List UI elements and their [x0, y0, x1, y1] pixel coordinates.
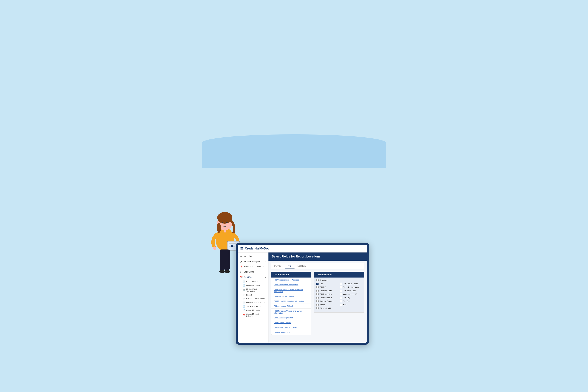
checkbox-tin-zip[interactable]: [340, 300, 342, 302]
sidebar-item-manage-tin[interactable]: 📍 Manage TIN/Locations: [238, 264, 268, 269]
checkbox-organizational-s[interactable]: [340, 293, 342, 296]
tabs-bar: Provider Tin Location: [271, 263, 364, 269]
sidebar-sub-report[interactable]: 📄 Report: [243, 293, 268, 297]
hamburger-icon[interactable]: ☰: [240, 247, 243, 250]
checkbox-client-identifier[interactable]: [316, 307, 319, 310]
check-item-client-identifier[interactable]: Client Identifier: [316, 307, 338, 310]
checkbox-tin-start-date[interactable]: [316, 290, 319, 292]
check-row-tin-address: TIN Address 2 TIN City: [316, 297, 362, 299]
sidebar-sub-label-canned-scheduler: Canned Report Scheduler: [246, 313, 266, 317]
checkbox-tin-address-2[interactable]: [316, 297, 319, 299]
report-icon: 📄: [243, 294, 245, 296]
check-item-tin-city[interactable]: TIN City: [340, 297, 362, 299]
sidebar-sub-provider-roster[interactable]: 📄 Provider Roster Report: [243, 297, 268, 301]
checkbox-tin-npi[interactable]: [316, 286, 319, 288]
check-label-tin-npi: TIN NPI: [320, 286, 326, 288]
fields-list: TIN Correspondence Address TIN Accredita…: [271, 278, 311, 335]
provider-roster-icon: 📄: [243, 298, 245, 300]
tab-location[interactable]: Location: [295, 263, 309, 269]
check-label-tin: TIN: [320, 283, 323, 285]
check-item-tin-start-date[interactable]: TIN Start Date: [316, 290, 338, 292]
field-tin-managing[interactable]: TIN Managing Control and Owner Informati…: [271, 308, 311, 316]
check-item-state-or-country[interactable]: State or Country: [316, 300, 338, 302]
check-label-tin-term-date: TIN Term Date: [343, 290, 356, 292]
check-row-tin-exemption: TIN Exemption Organizational S...: [316, 293, 362, 296]
tab-provider[interactable]: Provider: [271, 263, 285, 269]
check-item-phone[interactable]: Phone: [316, 304, 338, 306]
sidebar-sub-label-ftca: FTCA Reports: [246, 280, 258, 282]
check-row-select-all: Select All: [316, 279, 362, 281]
checkbox-tin-exemption[interactable]: [316, 293, 319, 296]
sidebar-item-expirations[interactable]: ♥ Expirations: [238, 269, 268, 274]
field-tin-vendor[interactable]: TIN Vendor Contract Details: [271, 325, 311, 330]
check-label-tin-exemption: TIN Exemption: [320, 293, 332, 295]
workflow-icon: ⊞: [240, 255, 243, 258]
sidebar-sub-canned-reports[interactable]: 📄 Canned Reports: [243, 308, 268, 312]
field-tin-accreditation[interactable]: TIN Accreditation Information: [271, 282, 311, 287]
sidebar-sub-generated-form[interactable]: 📄 Generated Form: [243, 284, 268, 287]
check-item-fax[interactable]: Fax: [340, 304, 362, 306]
sidebar-sub-location-roster[interactable]: 📄 Location Roster Report: [243, 301, 268, 304]
sidebar-item-reports[interactable]: 📅 Reports ∨: [238, 274, 268, 280]
sidebar-sub-medical-staff[interactable]: 🏢 Medical Staff Verification: [243, 287, 268, 293]
check-item-tin-exemption[interactable]: TIN Exemption: [316, 293, 338, 296]
check-label-client-identifier: Client Identifier: [320, 307, 332, 309]
checkbox-state-or-country[interactable]: [316, 300, 319, 302]
sidebar-sub-tin-roster[interactable]: 📄 TIN Roster Report: [243, 304, 268, 308]
ftca-reports-icon: 📄: [243, 280, 245, 283]
sidebar-label-manage-tin: Manage TIN/Locations: [244, 266, 266, 268]
field-tin-documentation[interactable]: TIN Documentation: [271, 330, 311, 334]
check-label-tin-city: TIN City: [343, 297, 350, 299]
reports-submenu: 📄 FTCA Reports 📄 Generated Form 🏢 Medica…: [238, 280, 268, 318]
field-tin-payer[interactable]: TIN Payer Medicare and Medicaid Informat…: [271, 287, 311, 294]
app-body: ⊞ Workflow › ◑ Provider Passport › 📍 Man…: [238, 252, 367, 342]
check-item-tin-zip[interactable]: TIN Zip: [340, 300, 362, 302]
field-tin-attorney[interactable]: TIN Attorney Details: [271, 320, 311, 325]
app-title: CredentialMyDoc: [245, 247, 269, 250]
field-tin-authorized[interactable]: TIN Authorized Official: [271, 304, 311, 308]
checks-panel-header: TIN Information: [314, 272, 364, 278]
check-label-tin-address-2: TIN Address 2: [320, 297, 332, 299]
checkbox-tin-npi-username[interactable]: [340, 286, 342, 288]
reports-icon: 📅: [240, 276, 243, 278]
field-tin-banking[interactable]: TIN Banking Information: [271, 294, 311, 299]
canned-reports-icon: 📄: [243, 309, 245, 312]
check-row-state-zip: State or Country TIN Zip: [316, 300, 362, 302]
svg-point-5: [226, 222, 228, 224]
sidebar-item-provider-passport[interactable]: ◑ Provider Passport ›: [238, 259, 268, 264]
check-item-tin-group-name[interactable]: TIN Group Name: [340, 283, 362, 285]
svg-point-12: [231, 245, 233, 247]
checkbox-tin-group-name[interactable]: [340, 283, 342, 285]
checkbox-tin-term-date[interactable]: [340, 290, 342, 292]
check-item-organizational-s[interactable]: Organizational S...: [340, 293, 362, 296]
location-roster-icon: 📄: [243, 302, 245, 304]
sidebar-sub-ftca-reports[interactable]: 📄 FTCA Reports: [243, 280, 268, 284]
sidebar-sub-label-canned: Canned Reports: [246, 309, 260, 311]
field-tin-malpractice[interactable]: TIN Medical Malpractice Information: [271, 299, 311, 304]
sidebar-item-workflow[interactable]: ⊞ Workflow ›: [238, 254, 268, 259]
tab-tin[interactable]: Tin: [285, 263, 294, 269]
svg-point-4: [222, 222, 223, 224]
check-item-tin-term-date[interactable]: TIN Term Date: [340, 290, 362, 292]
checkbox-tin[interactable]: [316, 283, 319, 285]
checkbox-phone[interactable]: [316, 304, 319, 306]
sidebar-sub-canned-scheduler[interactable]: 📅 Canned Report Scheduler: [243, 312, 268, 318]
checkbox-select-all[interactable]: [316, 279, 319, 281]
check-label-tin-zip: TIN Zip: [343, 300, 350, 302]
checkbox-tin-city[interactable]: [340, 297, 342, 299]
svg-point-18: [213, 246, 216, 250]
check-item-select-all[interactable]: Select All: [316, 279, 338, 281]
check-item-tin-npi-username[interactable]: TIN NPI Username: [340, 286, 362, 288]
sidebar-sub-label-report: Report: [246, 294, 252, 296]
check-label-phone: Phone: [320, 304, 325, 306]
check-item-tin-npi[interactable]: TIN NPI: [316, 286, 338, 288]
field-tin-correspondence[interactable]: TIN Correspondence Address: [271, 278, 311, 282]
fields-panel: TIN Information TIN Correspondence Addre…: [271, 272, 311, 335]
field-tin-accounting[interactable]: TIN Accounting Details: [271, 316, 311, 320]
check-item-tin-address-2[interactable]: TIN Address 2: [316, 297, 338, 299]
generated-form-icon: 📄: [243, 284, 245, 286]
check-label-tin-start-date: TIN Start Date: [320, 290, 332, 292]
checkbox-fax[interactable]: [340, 304, 342, 306]
check-item-tin[interactable]: TIN: [316, 283, 338, 285]
background-wave: [202, 134, 386, 168]
